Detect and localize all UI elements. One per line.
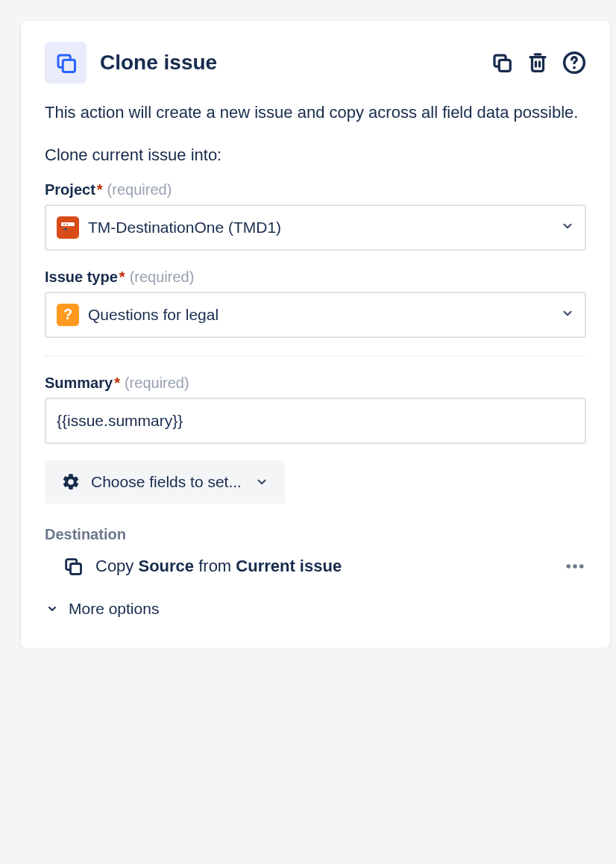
clone-issue-panel: Clone issue [21, 21, 610, 648]
header-actions [491, 51, 586, 75]
more-options-toggle[interactable]: More options [45, 600, 586, 618]
svg-point-5 [573, 66, 576, 69]
copy-source-row[interactable]: Copy Source from Current issue [45, 555, 586, 577]
svg-rect-3 [499, 60, 510, 71]
copy-icon [63, 556, 84, 577]
summary-input[interactable] [45, 398, 586, 444]
panel-title: Clone issue [100, 51, 491, 75]
issuetype-value: Questions for legal [88, 306, 561, 324]
chevron-down-icon [255, 475, 268, 489]
svg-point-13 [573, 564, 577, 569]
chevron-down-icon [561, 219, 574, 236]
project-select[interactable]: TM-DestinationOne (TMD1) [45, 204, 586, 251]
svg-rect-8 [66, 223, 68, 225]
issuetype-select[interactable]: ? Questions for legal [45, 292, 586, 338]
project-value: TM-DestinationOne (TMD1) [88, 219, 561, 237]
project-avatar-icon [57, 216, 79, 239]
help-icon[interactable] [562, 51, 586, 75]
panel-header: Clone issue [45, 42, 586, 84]
divider [45, 356, 586, 357]
svg-rect-7 [63, 223, 65, 225]
summary-label: Summary*(required) [45, 375, 586, 392]
svg-point-12 [567, 564, 571, 569]
duplicate-icon[interactable] [491, 51, 513, 74]
svg-rect-11 [71, 563, 81, 574]
copy-source-text: Copy Source from Current issue [95, 557, 564, 576]
chevron-down-icon [561, 307, 574, 323]
svg-point-14 [579, 564, 584, 569]
project-label: Project*(required) [45, 181, 586, 198]
trash-icon[interactable] [527, 51, 549, 74]
choose-fields-button[interactable]: Choose fields to set... [45, 460, 285, 504]
svg-rect-1 [63, 60, 75, 72]
gear-icon [61, 472, 81, 492]
issuetype-avatar-icon: ? [57, 304, 79, 326]
destination-section-label: Destination [45, 526, 586, 543]
clone-into-heading: Clone current issue into: [45, 145, 586, 165]
chevron-down-icon [46, 603, 58, 615]
more-actions-icon[interactable] [564, 555, 586, 577]
panel-description: This action will create a new issue and … [45, 101, 586, 125]
issuetype-label: Issue type*(required) [45, 269, 586, 286]
clone-icon [45, 42, 87, 84]
svg-rect-9 [63, 228, 67, 231]
